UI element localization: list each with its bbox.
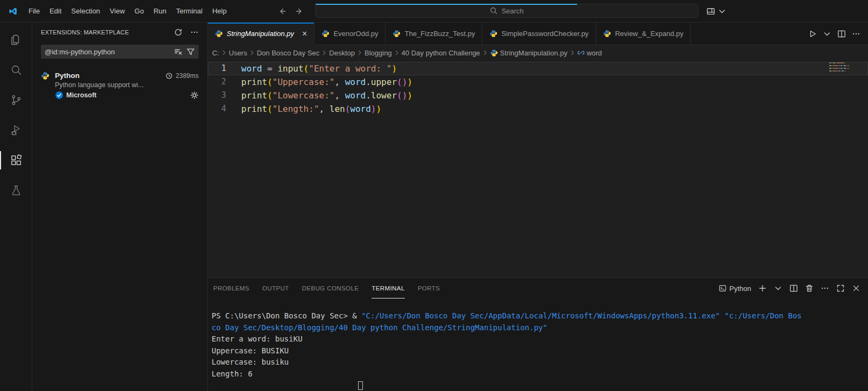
panel-tab-ports[interactable]: PORTS: [418, 278, 440, 298]
code-text: word = input("Enter a word: "): [241, 62, 397, 75]
layout-chevron-icon[interactable]: [718, 7, 726, 16]
back-icon[interactable]: [278, 7, 286, 16]
panel-tab-output[interactable]: OUTPUT: [262, 278, 289, 298]
line-number[interactable]: 3: [208, 89, 226, 102]
close-icon[interactable]: ×: [302, 30, 307, 38]
editor-more-icon[interactable]: [852, 30, 860, 38]
breadcrumb-item[interactable]: Blogging: [365, 49, 392, 57]
extension-description: Python language support wi...: [55, 81, 199, 89]
breadcrumb: C:UsersDon Bosco Day SecDesktopBlogging4…: [208, 45, 868, 60]
panel-actions: Python: [719, 278, 860, 298]
python-icon: [490, 49, 498, 57]
panel-tab-problems[interactable]: PROBLEMS: [213, 278, 249, 298]
code-line[interactable]: 2print("Uppercase:", word.upper()): [208, 75, 868, 89]
tab-bar: StringManipulation.py×EvenorOdd.pyThe_Fi…: [208, 23, 868, 45]
search-placeholder: Search: [501, 7, 523, 15]
panel-more-icon[interactable]: [821, 284, 829, 293]
extension-search-input[interactable]: @id:ms-python.python: [41, 45, 199, 59]
terminal-line: Enter a word: busiKU: [212, 333, 868, 345]
tab-stringmanipulation-py[interactable]: StringManipulation.py×: [208, 23, 314, 45]
split-editor-icon[interactable]: [837, 30, 846, 38]
breadcrumb-item[interactable]: Desktop: [329, 49, 355, 57]
gear-icon[interactable]: [190, 91, 199, 99]
terminal-dropdown-icon[interactable]: [774, 284, 782, 293]
terminal-cursor: [358, 381, 363, 390]
menu-go[interactable]: Go: [130, 4, 149, 18]
clear-search-icon[interactable]: [174, 47, 183, 56]
activity-search[interactable]: [0, 55, 32, 85]
tab-simplepasswordchecker-py[interactable]: SimplePasswordChecker.py: [482, 23, 596, 45]
menu-run[interactable]: Run: [149, 4, 171, 18]
code-text: print("Lowercase:", word.lower()): [241, 89, 412, 102]
activity-testing[interactable]: [0, 175, 32, 205]
progress-bar: [316, 4, 577, 5]
filter-icon[interactable]: [186, 47, 195, 56]
chevron-right-icon: [393, 49, 401, 56]
refresh-icon[interactable]: [174, 28, 183, 37]
layout-icon[interactable]: [706, 7, 715, 16]
sidebar-header: EXTENSIONS: MARKETPLACE: [41, 23, 199, 42]
terminal-line: [212, 380, 868, 391]
menu-help[interactable]: Help: [207, 4, 232, 18]
maximize-panel-icon[interactable]: [836, 284, 845, 293]
kill-terminal-icon[interactable]: [805, 284, 814, 293]
terminal-line: Uppercase: BUSIKU: [212, 345, 868, 357]
tab-evenorodd-py[interactable]: EvenorOdd.py: [314, 23, 386, 45]
terminal-output[interactable]: PS C:\Users\Don Bosco Day Sec> & "C:/Use…: [208, 298, 868, 391]
split-terminal-icon[interactable]: [789, 284, 798, 293]
run-dropdown-icon[interactable]: [823, 30, 831, 38]
menu-file[interactable]: File: [24, 4, 45, 18]
menu-edit[interactable]: Edit: [45, 4, 66, 18]
source-control-icon: [10, 94, 23, 106]
tab-review-expand-py[interactable]: Review_&_Expand.py: [596, 23, 691, 45]
activity-explorer[interactable]: [0, 25, 32, 55]
terminal-shell[interactable]: Python: [719, 285, 751, 293]
editor-actions: [801, 23, 868, 45]
activity-run-debug[interactable]: [0, 115, 32, 145]
editor-group: StringManipulation.py×EvenorOdd.pyThe_Fi…: [208, 23, 868, 391]
panel-tab-debug-console[interactable]: DEBUG CONSOLE: [302, 278, 359, 298]
terminal-icon: [719, 285, 726, 292]
breadcrumb-item[interactable]: StringManipulation.py: [490, 49, 568, 57]
line-number[interactable]: 1: [208, 62, 226, 75]
new-terminal-icon[interactable]: [758, 284, 767, 293]
editor[interactable]: 1word = input("Enter a word: ")2print("U…: [208, 60, 868, 278]
breadcrumb-item[interactable]: C:: [212, 49, 219, 57]
minimap[interactable]: [829, 62, 865, 73]
run-button-icon[interactable]: [808, 30, 817, 38]
code-text: print("Length:", len(word)): [241, 102, 381, 116]
activity-source-control[interactable]: [0, 85, 32, 115]
chevron-right-icon: [356, 49, 363, 56]
vscode-logo-icon: [9, 7, 17, 16]
breadcrumb-item[interactable]: 40 Day python Challenge: [402, 49, 480, 57]
python-icon: [215, 30, 223, 38]
breadcrumb-item[interactable]: word: [577, 49, 602, 57]
code-line[interactable]: 1word = input("Enter a word: "): [208, 62, 868, 75]
close-panel-icon[interactable]: [852, 284, 860, 293]
line-number[interactable]: 4: [208, 102, 226, 116]
command-center-search[interactable]: Search: [315, 4, 698, 18]
tab-label: StringManipulation.py: [227, 30, 294, 38]
breadcrumb-item[interactable]: Don Bosco Day Sec: [257, 49, 319, 57]
breadcrumb-item[interactable]: Users: [229, 49, 247, 57]
menu-view[interactable]: View: [105, 4, 130, 18]
code-line[interactable]: 4print("Length:", len(word)): [208, 102, 868, 116]
forward-icon[interactable]: [295, 7, 304, 16]
tab-the-fizzbuzz-test-py[interactable]: The_FizzBuzz_Test.py: [386, 23, 482, 45]
code-line[interactable]: 3print("Lowercase:", word.lower()): [208, 89, 868, 102]
extension-time-badge: 2389ms: [176, 72, 199, 80]
menu-selection[interactable]: Selection: [66, 4, 104, 18]
title-bar: FileEditSelectionViewGoRunTerminalHelp S…: [0, 0, 868, 23]
sidebar: EXTENSIONS: MARKETPLACE @id:ms-python.py…: [32, 23, 208, 391]
menu-terminal[interactable]: Terminal: [171, 4, 207, 18]
extension-card[interactable]: Python 2389ms Python language support wi…: [41, 72, 199, 99]
panel-tab-terminal[interactable]: TERMINAL: [372, 278, 404, 298]
titlebar-actions: [706, 7, 726, 16]
panel-tabs: PROBLEMSOUTPUTDEBUG CONSOLETERMINALPORTS: [213, 278, 440, 298]
more-actions-icon[interactable]: [190, 28, 199, 37]
panel-header: PROBLEMSOUTPUTDEBUG CONSOLETERMINALPORTS…: [208, 278, 868, 298]
search-icon: [10, 63, 23, 76]
line-number[interactable]: 2: [208, 75, 226, 89]
menubar: FileEditSelectionViewGoRunTerminalHelp: [24, 4, 232, 18]
activity-extensions[interactable]: [0, 145, 32, 175]
